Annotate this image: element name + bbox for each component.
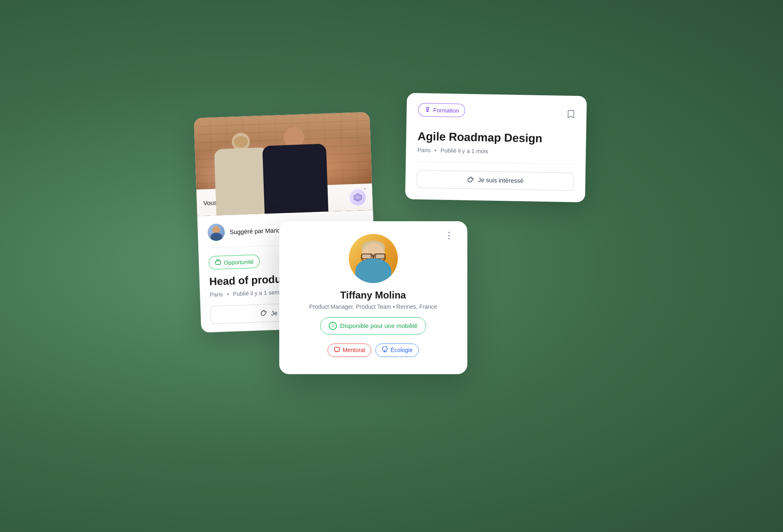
profile-subtitle: Product Manager, Product Team • Rennes, … bbox=[292, 303, 454, 310]
profile-name: Tiffany Molina bbox=[292, 290, 454, 301]
more-options-icon[interactable]: ⋮ bbox=[444, 233, 454, 238]
card1-city: Paris bbox=[209, 291, 222, 298]
ecologie-label: Écologie bbox=[390, 347, 413, 353]
separator-dot: • bbox=[227, 291, 229, 297]
figma-icon bbox=[349, 189, 366, 206]
card3-city: Paris bbox=[417, 146, 430, 153]
svg-point-3 bbox=[426, 107, 429, 110]
ecologie-icon bbox=[381, 346, 388, 354]
card-image-opportunite: Vous possédez la compétence "Figma" bbox=[193, 112, 372, 216]
card2-body: ⋮ Tiffany Molin bbox=[279, 221, 467, 374]
card-profile: ⋮ Tiffany Molin bbox=[279, 221, 467, 374]
badge-opportunite: Opportunité bbox=[208, 254, 260, 269]
card-formation: Formation Agile Roadmap Design Paris • P… bbox=[405, 93, 586, 202]
divider bbox=[417, 161, 574, 164]
mobility-badge: ✓ Disponible pour une mobilité bbox=[320, 317, 426, 334]
separator-dot-2: • bbox=[434, 146, 436, 153]
interests-row: Mentorat Écologie bbox=[292, 343, 454, 363]
interested-button-card3[interactable]: Je suis intéressé bbox=[417, 170, 574, 191]
mentorat-icon bbox=[334, 346, 340, 354]
badge-formation: Formation bbox=[418, 103, 465, 117]
interested-label-card3: Je suis intéressé bbox=[478, 176, 523, 184]
mobility-label: Disponible pour une mobilité bbox=[340, 322, 417, 329]
formation-icon bbox=[424, 106, 431, 113]
badge-opportunite-label: Opportunité bbox=[224, 258, 254, 266]
avatar-container bbox=[292, 234, 454, 283]
check-circle-icon: ✓ bbox=[329, 322, 337, 330]
bookmark-icon[interactable] bbox=[567, 110, 575, 121]
formation-badge-label: Formation bbox=[433, 106, 459, 113]
formation-title: Agile Roadmap Design bbox=[417, 129, 575, 146]
tiffany-avatar bbox=[349, 234, 398, 283]
svg-rect-2 bbox=[215, 260, 220, 264]
mentorat-label: Mentorat bbox=[343, 347, 365, 353]
card3-header-row: Formation bbox=[418, 103, 575, 125]
badge-ecologie: Écologie bbox=[375, 343, 419, 357]
badge-mentorat: Mentorat bbox=[328, 343, 371, 357]
card3-body: Formation Agile Roadmap Design Paris • P… bbox=[405, 93, 586, 202]
card3-meta: Paris • Publié il y a 1 mois bbox=[417, 146, 574, 156]
mario-avatar bbox=[207, 223, 225, 241]
briefcase-icon bbox=[215, 258, 222, 267]
person-right bbox=[261, 126, 329, 213]
card3-published: Publié il y a 1 mois bbox=[440, 147, 488, 154]
